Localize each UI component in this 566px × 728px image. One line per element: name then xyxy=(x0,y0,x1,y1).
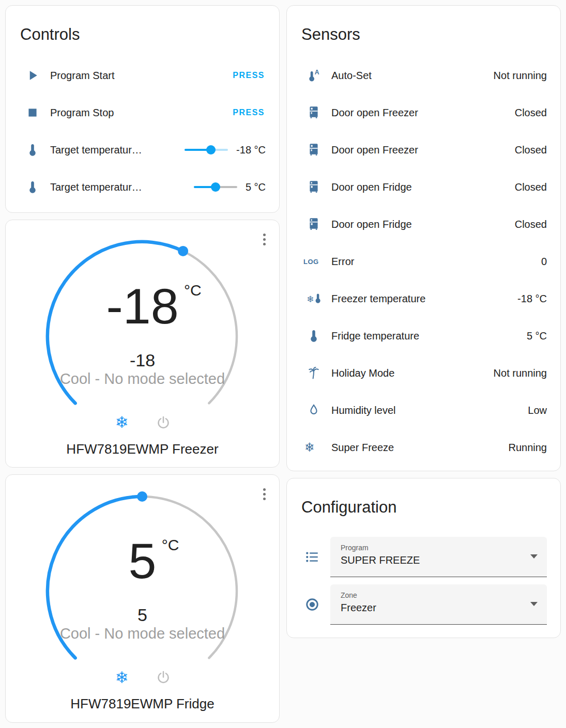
water-drop-icon xyxy=(302,403,331,417)
select-label: Zone xyxy=(341,591,522,599)
chevron-down-icon xyxy=(530,602,538,606)
row-door-open-freezer-2[interactable]: Door open Freezer Closed xyxy=(287,131,560,168)
row-value: Closed xyxy=(515,144,547,156)
current-temperature: 5 xyxy=(6,605,279,625)
target-temperature-display: -18°C xyxy=(6,280,279,333)
dashboard: Controls Program Start PRESS Program Sto… xyxy=(0,0,566,728)
chevron-down-icon xyxy=(530,554,538,559)
row-value: Low xyxy=(528,405,547,416)
row-label: Door open Freezer xyxy=(331,107,515,119)
slider-knob[interactable] xyxy=(206,145,216,154)
row-label: Freezer temperature xyxy=(331,293,517,305)
thermometer-auto-icon xyxy=(302,68,331,83)
row-target-temperature-freezer[interactable]: Target temperatur… -18 °C xyxy=(6,131,279,168)
log-icon: LOG xyxy=(302,258,331,266)
row-humidity-level[interactable]: Humidity level Low xyxy=(287,392,560,429)
power-off-mode-button[interactable] xyxy=(155,414,172,431)
row-value: Not running xyxy=(494,367,547,379)
thermometer-icon xyxy=(302,329,331,343)
target-unit: °C xyxy=(162,537,179,553)
row-label: Program Stop xyxy=(50,107,232,119)
row-value: Closed xyxy=(515,107,547,119)
row-value: 0 xyxy=(541,256,547,268)
thermometer-icon xyxy=(21,143,50,157)
hvac-modes: ❄ xyxy=(6,669,279,686)
press-button[interactable]: PRESS xyxy=(232,105,266,120)
select-label: Program xyxy=(341,544,522,552)
row-program-start[interactable]: Program Start PRESS xyxy=(6,57,279,94)
fridge-bottom-icon xyxy=(302,217,331,231)
play-icon xyxy=(21,68,50,83)
select-value: Freezer xyxy=(341,602,522,614)
sensors-card-title: Sensors xyxy=(301,26,546,42)
freezer-thermostat-card: -18°C -18 Cool - No mode selected ❄ HFW7… xyxy=(5,220,280,468)
row-program-stop[interactable]: Program Stop PRESS xyxy=(6,94,279,131)
entity-name: HFW7819EWMP Freezer xyxy=(6,441,279,457)
program-field-row: Program SUPER FREEZE xyxy=(300,537,547,577)
sensors-card: Sensors Auto-Set Not running Door open F… xyxy=(286,5,561,471)
row-door-open-fridge-1[interactable]: Door open Fridge Closed xyxy=(287,168,560,206)
row-value: Closed xyxy=(515,181,547,193)
fridge-top-icon xyxy=(302,105,331,120)
hvac-status: Cool - No mode selected xyxy=(6,625,279,642)
target-value: 5 xyxy=(129,533,157,589)
row-error[interactable]: LOG Error 0 xyxy=(287,243,560,280)
radiobox-icon xyxy=(300,597,330,612)
power-off-mode-button[interactable] xyxy=(155,669,172,686)
entity-name: HFW7819EWMP Fridge xyxy=(6,696,279,712)
hvac-status: Cool - No mode selected xyxy=(6,370,279,388)
temperature-dial[interactable] xyxy=(39,488,246,694)
fridge-top-icon xyxy=(302,143,331,157)
row-value: 5 °C xyxy=(527,330,547,342)
dial-knob[interactable] xyxy=(178,246,188,256)
row-door-open-freezer-1[interactable]: Door open Freezer Closed xyxy=(287,94,560,131)
target-temperature-slider[interactable] xyxy=(194,182,237,192)
row-label: Target temperatur… xyxy=(50,181,194,193)
row-label: Humidity level xyxy=(331,405,528,416)
palm-tree-icon xyxy=(302,366,331,380)
list-icon xyxy=(300,549,330,565)
zone-field-row: Zone Freezer xyxy=(300,584,547,625)
configuration-card: Configuration Program SUPER FREEZE Zone … xyxy=(286,478,561,638)
more-options-icon[interactable] xyxy=(261,231,268,247)
configuration-card-title: Configuration xyxy=(301,499,546,515)
press-button[interactable]: PRESS xyxy=(232,68,266,83)
left-column: Controls Program Start PRESS Program Sto… xyxy=(5,5,280,723)
program-select[interactable]: Program SUPER FREEZE xyxy=(330,537,547,577)
snowflake-thermometer-icon xyxy=(302,291,331,306)
row-super-freeze[interactable]: ❄ Super Freeze Running xyxy=(287,429,560,466)
snowflake-icon: ❄ xyxy=(302,441,331,454)
row-auto-set[interactable]: Auto-Set Not running xyxy=(287,57,560,94)
select-value: SUPER FREEZE xyxy=(341,554,522,566)
more-options-icon[interactable] xyxy=(261,486,268,502)
row-label: Door open Fridge xyxy=(331,181,515,193)
target-value: -18 xyxy=(106,278,178,334)
target-unit: °C xyxy=(184,282,202,299)
snowflake-icon: ❄ xyxy=(115,670,129,686)
target-temperature-slider[interactable] xyxy=(185,145,228,155)
zone-select[interactable]: Zone Freezer xyxy=(330,584,547,625)
stop-icon xyxy=(21,105,50,120)
snowflake-icon: ❄ xyxy=(115,414,129,430)
row-label: Auto-Set xyxy=(331,70,494,82)
row-label: Target temperatur… xyxy=(50,144,185,156)
temperature-dial[interactable] xyxy=(39,233,246,440)
cool-mode-button[interactable]: ❄ xyxy=(113,669,131,686)
row-freezer-temperature[interactable]: Freezer temperature -18 °C xyxy=(287,280,560,317)
thermometer-icon xyxy=(21,180,50,194)
row-holiday-mode[interactable]: Holiday Mode Not running xyxy=(287,354,560,392)
power-icon xyxy=(156,670,171,685)
current-temperature: -18 xyxy=(6,350,279,370)
row-value: Not running xyxy=(494,70,547,82)
row-fridge-temperature[interactable]: Fridge temperature 5 °C xyxy=(287,317,560,354)
dial-knob[interactable] xyxy=(137,491,147,502)
slider-knob[interactable] xyxy=(211,182,220,192)
fridge-thermostat-card: 5°C 5 Cool - No mode selected ❄ HFW7819E… xyxy=(5,474,280,723)
right-column: Sensors Auto-Set Not running Door open F… xyxy=(286,5,561,723)
row-label: Error xyxy=(331,256,541,268)
cool-mode-button[interactable]: ❄ xyxy=(113,414,131,431)
controls-rows: Program Start PRESS Program Stop PRESS T… xyxy=(6,57,279,206)
row-target-temperature-fridge[interactable]: Target temperatur… 5 °C xyxy=(6,168,279,206)
row-door-open-fridge-2[interactable]: Door open Fridge Closed xyxy=(287,206,560,243)
row-label: Super Freeze xyxy=(331,442,508,454)
